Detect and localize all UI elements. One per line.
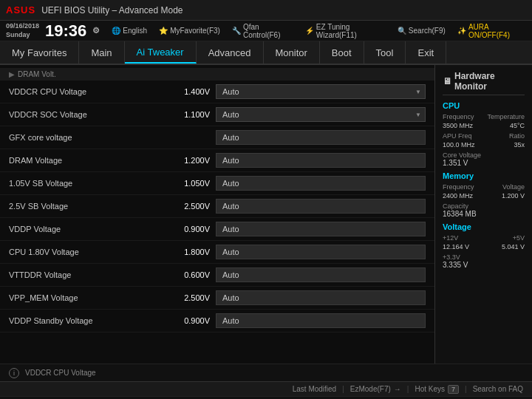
vttddr-voltage-input[interactable] [216, 267, 426, 282]
separator: | [342, 385, 344, 393]
row-value: 1.800V [171, 248, 216, 256]
last-modified-label: Last Modified [293, 385, 336, 393]
hw-apu-value: 100.0 MHz [443, 141, 475, 149]
row-label: VDDCR CPU Voltage [9, 87, 171, 96]
row-label: 2.5V SB Voltage [9, 202, 171, 211]
hw-monitor-title: 🖥 Hardware Monitor [443, 71, 525, 95]
row-label: 1.05V SB Voltage [9, 179, 171, 188]
language-item[interactable]: 🌐 English [112, 27, 147, 35]
row-control[interactable]: Auto ▼ [216, 84, 426, 99]
row-control[interactable] [216, 222, 426, 236]
row-label: DRAM Voltage [9, 156, 171, 165]
aura-icon: ✨ [457, 27, 466, 35]
table-row: DRAM Voltage 1.200V [0, 149, 434, 172]
hw-cpu-temp-value: 45°C [510, 122, 525, 129]
separator: | [465, 385, 467, 393]
vddcr-cpu-dropdown[interactable]: Auto [216, 84, 426, 99]
vppmem-voltage-input[interactable] [216, 290, 426, 305]
gfx-voltage-input[interactable] [216, 130, 426, 145]
row-control[interactable]: Auto ▼ [216, 107, 426, 122]
row-label: CPU 1.80V Voltage [9, 248, 171, 256]
gear-icon: ⚙ [92, 26, 100, 35]
qfan-item[interactable]: 🔧 Qfan Control(F6) [232, 23, 293, 39]
ezmode-label: EzMode(F7) [350, 385, 391, 393]
cpu18-voltage-input[interactable] [216, 245, 426, 259]
vddp-standby-voltage-input[interactable] [216, 313, 426, 328]
date: 09/16/2018 [6, 22, 39, 31]
vddcr-soc-dropdown[interactable]: Auto [216, 107, 426, 122]
sb105-voltage-input[interactable] [216, 176, 426, 191]
nav-advanced[interactable]: Advanced [197, 41, 264, 64]
hw-v12-label: +12V [443, 234, 458, 242]
section-header: ▶ DRAM Volt. [0, 68, 434, 81]
hw-mem-freq-row: Frequency Voltage [443, 183, 525, 191]
myfavorite-label: MyFavorite(F3) [170, 27, 220, 35]
table-row: VDDCR SOC Voltage 1.100V Auto ▼ [0, 103, 434, 126]
row-value: 0.900V [171, 316, 216, 325]
row-control[interactable] [216, 199, 426, 214]
lightning-icon: ⚡ [305, 27, 314, 35]
right-panel: 🖥 Hardware Monitor CPU Frequency Tempera… [434, 65, 532, 364]
nav-aitweaker[interactable]: Ai Tweaker [125, 41, 197, 64]
hw-v12-value-row: 12.164 V 5.041 V [443, 243, 525, 250]
nav-main[interactable]: Main [79, 41, 124, 64]
hw-v33-value: 3.335 V [443, 261, 525, 269]
nav-exit[interactable]: Exit [406, 41, 446, 64]
myfavorite-item[interactable]: ⭐ MyFavorite(F3) [159, 27, 220, 35]
hw-cpu-freq-value-row: 3500 MHz 45°C [443, 122, 525, 129]
search-faq-label: Search on FAQ [473, 385, 523, 393]
hw-cpu-apu-value-row: 100.0 MHz 35x [443, 141, 525, 149]
row-label: GFX core voltage [9, 133, 171, 142]
nav-boot[interactable]: Boot [320, 41, 364, 64]
star-icon: ⭐ [159, 27, 168, 35]
hw-v33-label: +3.3V [443, 253, 525, 261]
hw-mem-capacity-section: Capacity 16384 MB [443, 202, 525, 218]
status-bar: Last Modified | EzMode(F7) → | Hot Keys … [0, 381, 532, 396]
dram-voltage-input[interactable] [216, 153, 426, 168]
ezmode-arrow-icon: → [394, 385, 401, 393]
eztuning-item[interactable]: ⚡ EZ Tuning Wizard(F11) [305, 23, 386, 39]
hotkeys-key[interactable]: 7 [448, 385, 459, 394]
ezmode-item[interactable]: EzMode(F7) → [350, 385, 401, 393]
table-row: VPP_MEM Voltage 2.500V [0, 287, 434, 310]
row-control[interactable] [216, 130, 426, 145]
info-icon: i [9, 368, 19, 378]
search-label: Search(F9) [409, 27, 446, 35]
hw-memory-section: Memory [443, 171, 525, 180]
row-value: 2.500V [171, 293, 216, 302]
search-icon: 🔍 [398, 27, 406, 35]
row-control[interactable] [216, 153, 426, 168]
nav-monitor[interactable]: Monitor [264, 41, 320, 64]
hw-v12-value: 12.164 V [443, 243, 469, 250]
nav-tool[interactable]: Tool [364, 41, 406, 64]
footer: Version 2.17.1246. Copyright (C) 2018 Am… [0, 396, 532, 399]
row-label: VDDP Standby Voltage [9, 316, 171, 325]
nav-myfavorites[interactable]: My Favorites [0, 41, 79, 64]
hw-apu-label: APU Freq [443, 132, 472, 140]
vddp-voltage-input[interactable] [216, 222, 426, 236]
row-control[interactable] [216, 176, 426, 191]
row-control[interactable] [216, 290, 426, 305]
table-row: 2.5V SB Voltage 2.500V [0, 195, 434, 218]
row-label: VPP_MEM Voltage [9, 293, 171, 302]
hw-voltage-section: Voltage [443, 222, 525, 231]
sb25-voltage-input[interactable] [216, 199, 426, 214]
row-control[interactable] [216, 313, 426, 328]
hw-mem-freq-value: 2400 MHz [443, 192, 473, 200]
last-modified-item: Last Modified [293, 385, 336, 393]
row-control[interactable] [216, 245, 426, 259]
bios-title: UEFI BIOS Utility – Advanced Mode [41, 5, 183, 16]
row-label: VDDCR SOC Voltage [9, 110, 171, 119]
search-item[interactable]: 🔍 Search(F9) [398, 27, 446, 35]
row-control[interactable] [216, 267, 426, 282]
hw-cpu-apu-row: APU Freq Ratio [443, 132, 525, 140]
table-row: CPU 1.80V Voltage 1.800V [0, 241, 434, 264]
hw-mem-volt-value: 1.200 V [502, 192, 525, 200]
aura-item[interactable]: ✨ AURA ON/OFF(F4) [457, 23, 526, 39]
aura-label: AURA ON/OFF(F4) [468, 23, 526, 39]
hotkeys-item: Hot Keys 7 [415, 385, 459, 394]
search-faq-item[interactable]: Search on FAQ [473, 385, 523, 393]
row-label: VDDP Voltage [9, 225, 171, 233]
qfan-label: Qfan Control(F6) [243, 23, 293, 39]
table-row: VTTDDR Voltage 0.600V [0, 264, 434, 287]
